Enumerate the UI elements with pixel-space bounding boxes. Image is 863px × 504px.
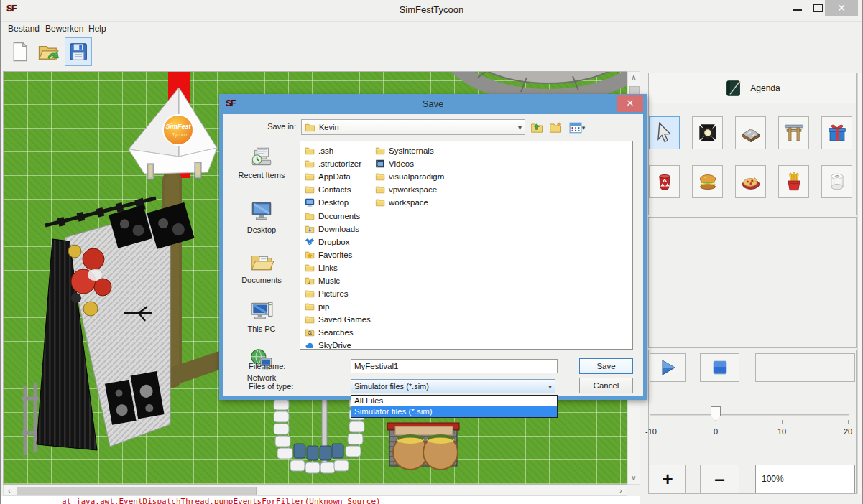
- view-menu-icon: [569, 121, 582, 134]
- canvas-horizontal-scrollbar[interactable]: ‹ ›: [3, 485, 627, 496]
- open-file-icon: [37, 41, 59, 62]
- menu-item-bewerken[interactable]: Bewerken: [45, 24, 83, 34]
- scroll-right-icon[interactable]: ›: [615, 485, 627, 497]
- file-item[interactable]: Links: [305, 261, 371, 274]
- view-menu-button[interactable]: ▾: [566, 121, 588, 135]
- file-name-label: File name:: [249, 362, 285, 370]
- file-item[interactable]: Dropbox: [305, 235, 371, 248]
- stage[interactable]: [22, 194, 195, 455]
- play-icon: [658, 358, 677, 377]
- videos-film-icon: [375, 159, 385, 169]
- minimize-button[interactable]: [788, 0, 807, 16]
- tool-button-trash[interactable]: [649, 165, 680, 198]
- file-item[interactable]: Videos: [375, 157, 444, 170]
- tool-button-toilet-paper[interactable]: [821, 165, 852, 198]
- file-item[interactable]: SkyDrive: [305, 339, 371, 350]
- file-item[interactable]: Desktop: [305, 196, 371, 209]
- dialog-titlebar[interactable]: SF Save ✕: [219, 94, 647, 114]
- zoom-value-field[interactable]: 100%: [755, 465, 855, 493]
- file-item[interactable]: .ssh: [305, 144, 371, 157]
- file-item[interactable]: workspace: [375, 196, 444, 209]
- tool-button-torii-gate[interactable]: [778, 116, 809, 149]
- file-item[interactable]: Documents: [305, 209, 371, 222]
- file-item[interactable]: AppData: [305, 170, 371, 183]
- agenda-button[interactable]: Agenda: [648, 73, 857, 103]
- file-item[interactable]: Downloads: [305, 223, 371, 235]
- new-file-button[interactable]: [6, 37, 34, 66]
- place-documents[interactable]: Documents: [229, 250, 295, 293]
- window-title: SimFestTycoon: [1, 4, 862, 15]
- arena-structure[interactable]: [445, 72, 627, 96]
- new-folder-button[interactable]: [548, 121, 563, 135]
- slider-tick: [848, 420, 849, 424]
- file-item[interactable]: Sysinternals: [375, 144, 444, 157]
- file-list[interactable]: .ssh .structorizer AppData Contacts Desk…: [300, 141, 633, 350]
- file-item[interactable]: Searches: [305, 326, 371, 339]
- this-pc-icon: [249, 299, 274, 323]
- folder-icon: [305, 263, 315, 273]
- tool-button-pizza[interactable]: [735, 165, 766, 198]
- save-in-combobox[interactable]: Kevin ▾: [301, 119, 525, 135]
- play-button[interactable]: [650, 353, 686, 382]
- menu-item-help[interactable]: Help: [88, 24, 106, 34]
- tool-button-road[interactable]: [735, 116, 766, 149]
- minus-icon: –: [714, 472, 724, 486]
- folder-icon: [375, 185, 385, 195]
- file-type-label: Files of type:: [249, 382, 293, 391]
- close-button[interactable]: ✕: [825, 0, 858, 16]
- folder-icon: [305, 122, 315, 133]
- status-box: [755, 353, 855, 382]
- scroll-up-icon[interactable]: ∧: [628, 72, 640, 83]
- panel-scrollbar[interactable]: [857, 73, 863, 494]
- folder-icon: [305, 289, 315, 299]
- slider-label-0: 0: [714, 427, 718, 436]
- file-item[interactable]: Music: [305, 274, 371, 287]
- up-one-level-button[interactable]: [529, 121, 545, 135]
- file-item[interactable]: Contacts: [305, 183, 371, 196]
- file-item[interactable]: pip: [305, 300, 371, 313]
- slider-label-20: 20: [844, 427, 852, 436]
- file-item[interactable]: Favorites: [305, 248, 371, 261]
- menu-item-bestand[interactable]: Bestand: [8, 24, 40, 34]
- file-name-input[interactable]: [351, 359, 558, 373]
- file-item[interactable]: vpworkspace: [375, 183, 444, 196]
- svg-text:Tycoon: Tycoon: [172, 132, 188, 138]
- open-file-button[interactable]: [34, 37, 62, 66]
- file-type-combobox[interactable]: Simulator files (*.sim) ▾: [351, 379, 555, 393]
- dirt-path[interactable]: [162, 171, 228, 388]
- festival-tent[interactable]: SimFest Tycoon: [129, 88, 217, 179]
- save-in-value: Kevin: [319, 123, 339, 131]
- stop-icon: [711, 359, 729, 376]
- dialog-close-button[interactable]: ✕: [617, 95, 643, 112]
- place-desktop[interactable]: Desktop: [229, 200, 295, 243]
- place-this-pc[interactable]: This PC: [229, 299, 295, 342]
- stop-button[interactable]: [700, 353, 739, 382]
- speed-slider-track[interactable]: [650, 414, 849, 416]
- save-button[interactable]: Save: [579, 358, 633, 374]
- zoom-in-button[interactable]: +: [650, 465, 686, 493]
- maximize-icon: [813, 4, 823, 12]
- dropbox-icon: [305, 237, 315, 247]
- file-item[interactable]: Pictures: [305, 287, 371, 300]
- option-simulator-files[interactable]: Simulator files (*.sim): [351, 406, 557, 417]
- tool-button-gift[interactable]: [821, 116, 852, 149]
- tool-button-fries[interactable]: [778, 165, 809, 198]
- scroll-left-icon[interactable]: ‹: [4, 485, 15, 497]
- tool-button-cursor[interactable]: [649, 116, 680, 149]
- file-item[interactable]: visualparadigm: [375, 170, 444, 183]
- file-item[interactable]: .structorizer: [305, 157, 371, 170]
- file-item[interactable]: Saved Games: [305, 313, 371, 326]
- folder-icon: [375, 146, 385, 156]
- scroll-down-icon[interactable]: ∨: [628, 472, 640, 484]
- plus-icon: +: [662, 472, 673, 486]
- tool-button-burger[interactable]: [692, 165, 723, 198]
- place-recent-items[interactable]: Recent Items: [229, 145, 295, 188]
- option-all-files[interactable]: All Files: [351, 396, 557, 406]
- music-folder-icon: [305, 276, 315, 286]
- tool-button-spotlight[interactable]: [692, 116, 723, 149]
- save-file-button[interactable]: [65, 37, 92, 66]
- cancel-button[interactable]: Cancel: [579, 378, 633, 393]
- burger-stand[interactable]: [387, 423, 459, 470]
- horizontal-scroll-thumb[interactable]: [17, 487, 257, 495]
- zoom-out-button[interactable]: –: [700, 465, 739, 493]
